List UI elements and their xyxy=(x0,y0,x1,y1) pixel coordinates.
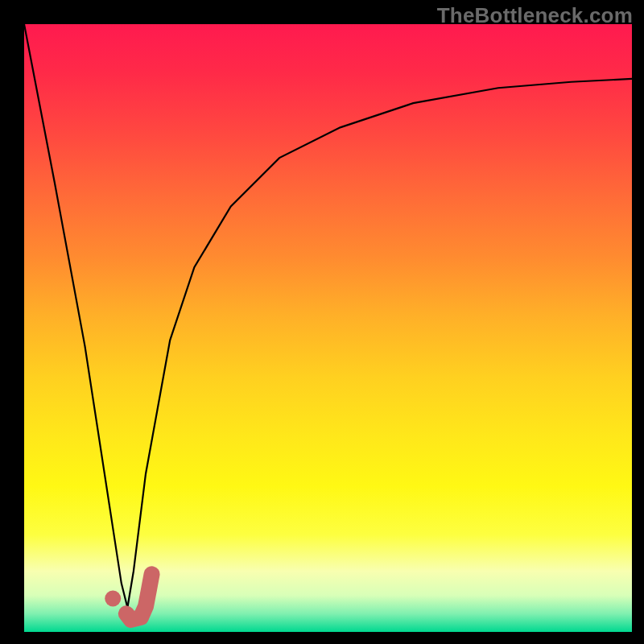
curve-left-branch xyxy=(24,24,127,608)
curve-right-branch xyxy=(127,79,632,608)
plot-area xyxy=(24,24,632,632)
chart-frame: TheBottleneck.com xyxy=(0,0,644,644)
chart-svg xyxy=(24,24,632,632)
j-marker-dot xyxy=(105,590,121,606)
